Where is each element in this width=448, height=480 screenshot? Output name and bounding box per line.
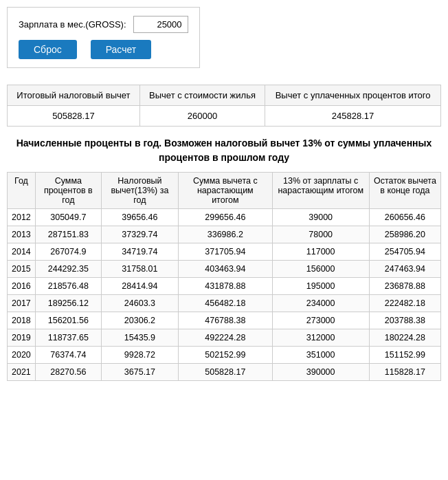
table-cell: 24603.3 (101, 295, 178, 312)
reset-button[interactable]: Сброс (19, 40, 77, 59)
table-cell: 260656.46 (369, 209, 440, 226)
table-row: 202076374.749928.72502152.99351000151152… (8, 347, 441, 364)
table-cell: 39000 (272, 209, 369, 226)
table-cell: 9928.72 (101, 347, 178, 364)
table-cell: 244292.35 (35, 261, 101, 278)
table-row: 2015244292.3531758.01403463.941560002474… (8, 261, 441, 278)
table-cell: 258986.20 (369, 226, 440, 243)
summary-col3-header: Вычет с уплаченных процентов итого (265, 85, 441, 106)
table-cell: 2014 (8, 243, 36, 261)
table-cell: 502152.99 (179, 347, 273, 364)
table-cell: 203788.38 (369, 312, 440, 329)
table-cell: 299656.46 (179, 209, 273, 226)
table-cell: 156201.56 (35, 312, 101, 329)
table-cell: 2017 (8, 295, 36, 312)
table-cell: 2019 (8, 329, 36, 347)
col-header: Налоговый вычет(13%) за год (101, 173, 178, 209)
table-row: 202128270.563675.17505828.17390000115828… (8, 364, 441, 381)
table-cell: 371705.94 (179, 243, 273, 261)
top-section: Зарплата в мес.(GROSS): Сброс Расчет (7, 7, 200, 68)
salary-input[interactable] (133, 16, 188, 33)
summary-col1-value: 505828.17 (8, 106, 140, 127)
table-cell: 156000 (272, 261, 369, 278)
table-cell: 28414.94 (101, 278, 178, 295)
table-cell: 2016 (8, 278, 36, 295)
table-cell: 287151.83 (35, 226, 101, 243)
table-cell: 115828.17 (369, 364, 440, 381)
table-cell: 222482.18 (369, 295, 440, 312)
table-cell: 189256.12 (35, 295, 101, 312)
table-cell: 234000 (272, 295, 369, 312)
summary-col1-header: Итоговый налоговый вычет (8, 85, 140, 106)
table-cell: 117000 (272, 243, 369, 261)
table-cell: 390000 (272, 364, 369, 381)
summary-col3-value: 245828.17 (265, 106, 441, 127)
table-cell: 267074.9 (35, 243, 101, 261)
table-row: 2016218576.4828414.94431878.881950002368… (8, 278, 441, 295)
notice-text: Начисленные проценты в год. Возможен нал… (7, 136, 441, 165)
table-cell: 218576.48 (35, 278, 101, 295)
table-cell: 492224.28 (179, 329, 273, 347)
table-cell: 2013 (8, 226, 36, 243)
table-row: 2014267074.934719.74371705.9411700025470… (8, 243, 441, 261)
calc-button[interactable]: Расчет (91, 40, 152, 59)
table-cell: 351000 (272, 347, 369, 364)
col-header: Сумма вычета с нарастающим итогом (179, 173, 273, 209)
salary-row: Зарплата в мес.(GROSS): (19, 16, 188, 33)
table-cell: 31758.01 (101, 261, 178, 278)
table-cell: 20306.2 (101, 312, 178, 329)
summary-col2-value: 260000 (139, 106, 265, 127)
table-cell: 34719.74 (101, 243, 178, 261)
col-header: Сумма процентов в год (35, 173, 101, 209)
salary-label: Зарплата в мес.(GROSS): (19, 19, 126, 30)
table-cell: 2021 (8, 364, 36, 381)
table-row: 2018156201.5620306.2476788.3827300020378… (8, 312, 441, 329)
table-cell: 336986.2 (179, 226, 273, 243)
table-row: 2017189256.1224603.3456482.1823400022248… (8, 295, 441, 312)
table-cell: 37329.74 (101, 226, 178, 243)
table-cell: 403463.94 (179, 261, 273, 278)
table-cell: 476788.38 (179, 312, 273, 329)
table-cell: 76374.74 (35, 347, 101, 364)
table-cell: 78000 (272, 226, 369, 243)
btn-row: Сброс Расчет (19, 40, 188, 59)
table-cell: 28270.56 (35, 364, 101, 381)
table-cell: 247463.94 (369, 261, 440, 278)
table-cell: 3675.17 (101, 364, 178, 381)
table-cell: 236878.88 (369, 278, 440, 295)
table-cell: 2012 (8, 209, 36, 226)
table-row: 2013287151.8337329.74336986.278000258986… (8, 226, 441, 243)
table-cell: 151152.99 (369, 347, 440, 364)
table-cell: 431878.88 (179, 278, 273, 295)
table-cell: 195000 (272, 278, 369, 295)
table-cell: 2020 (8, 347, 36, 364)
table-row: 2012305049.739656.46299656.4639000260656… (8, 209, 441, 226)
table-cell: 456482.18 (179, 295, 273, 312)
table-cell: 180224.28 (369, 329, 440, 347)
table-cell: 312000 (272, 329, 369, 347)
table-cell: 39656.46 (101, 209, 178, 226)
table-cell: 254705.94 (369, 243, 440, 261)
table-cell: 15435.9 (101, 329, 178, 347)
col-header: Остаток вычета в конце года (369, 173, 440, 209)
main-table: ГодСумма процентов в годНалоговый вычет(… (7, 172, 441, 381)
summary-col2-header: Вычет с стоимости жилья (139, 85, 265, 106)
table-cell: 273000 (272, 312, 369, 329)
summary-table: Итоговый налоговый вычет Вычет с стоимос… (7, 85, 441, 127)
col-header: Год (8, 173, 36, 209)
table-cell: 118737.65 (35, 329, 101, 347)
table-row: 2019118737.6515435.9492224.2831200018022… (8, 329, 441, 347)
col-header: 13% от зарплаты с нарастающим итогом (272, 173, 369, 209)
table-cell: 2018 (8, 312, 36, 329)
table-cell: 305049.7 (35, 209, 101, 226)
table-cell: 2015 (8, 261, 36, 278)
table-cell: 505828.17 (179, 364, 273, 381)
